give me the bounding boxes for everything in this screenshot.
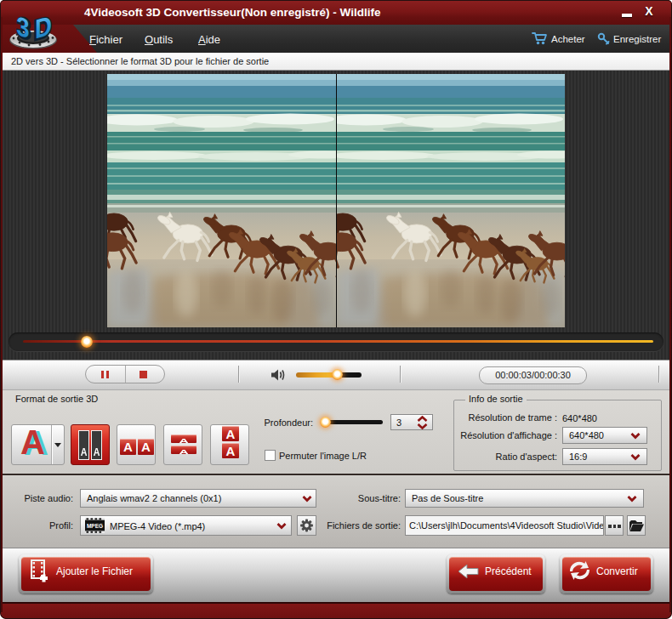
svg-text:3: 3: [16, 11, 29, 44]
svg-text:MPEG: MPEG: [87, 523, 103, 529]
svg-text:D: D: [35, 10, 52, 44]
